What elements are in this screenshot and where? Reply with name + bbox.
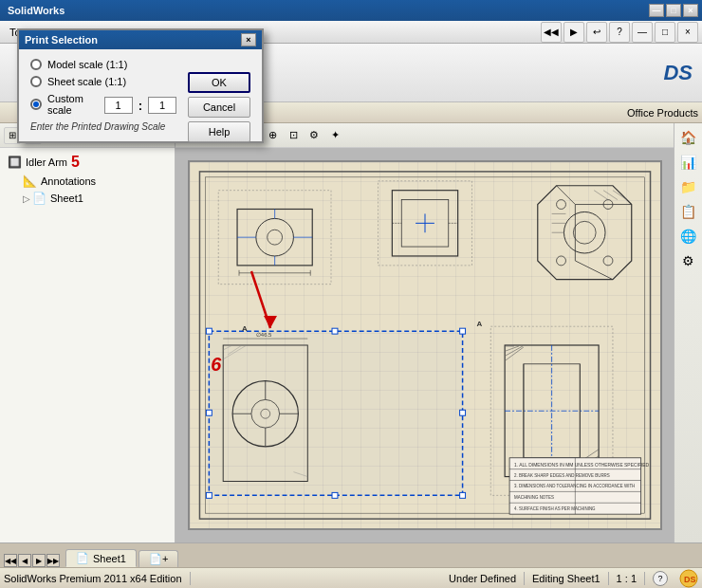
task-sidebar-button[interactable]: 📋 xyxy=(678,201,699,222)
solidworks-emblem: DS xyxy=(679,569,698,588)
window-controls: — □ × xyxy=(649,4,698,17)
office-products-label: Office Products xyxy=(627,107,698,119)
chart-sidebar-button[interactable]: 📊 xyxy=(678,152,699,173)
svg-point-37 xyxy=(556,256,565,266)
svg-text:∅46.5: ∅46.5 xyxy=(255,332,271,338)
radio-custom-input[interactable] xyxy=(30,99,42,110)
snap-button[interactable]: ✦ xyxy=(325,126,344,145)
svg-point-18 xyxy=(267,230,282,245)
home-sidebar-button[interactable]: 🏠 xyxy=(678,127,699,148)
svg-rect-48 xyxy=(332,492,338,498)
radio-sheet-label: Sheet scale (1:1) xyxy=(47,76,126,87)
svg-point-35 xyxy=(556,200,565,210)
annotations-icon: 📐 xyxy=(23,175,37,188)
nav-first-button[interactable]: ◀◀ xyxy=(4,554,17,567)
settings-button[interactable]: ⚙ xyxy=(305,126,323,145)
svg-line-71 xyxy=(506,347,524,360)
sheet1-tab[interactable]: 📄 Sheet1 xyxy=(65,549,137,567)
dialog-titlebar: Print Selection × xyxy=(19,30,262,49)
nav-prev-button[interactable]: ◀ xyxy=(18,554,31,567)
svg-rect-45 xyxy=(206,492,212,498)
dialog-title-text: Print Selection xyxy=(25,34,98,46)
custom-scale-row: : xyxy=(104,97,176,114)
dialog-close-button[interactable]: × xyxy=(241,33,256,46)
radio-sheet-input[interactable] xyxy=(30,76,42,87)
radio-sheet-scale[interactable]: Sheet scale (1:1) xyxy=(30,76,176,87)
editing-sheet-status: Editing Sheet1 xyxy=(532,573,600,584)
under-defined-status: Under Defined xyxy=(449,573,516,584)
tree-item-sheet1[interactable]: ▷ 📄 Sheet1 xyxy=(15,190,175,207)
svg-text:1. ALL DIMENSIONS IN MM UNLESS: 1. ALL DIMENSIONS IN MM UNLESS OTHERWISE… xyxy=(514,463,650,468)
ds-logo: DS xyxy=(663,61,696,85)
svg-text:4. SURFACE FINISH AS PER MACHI: 4. SURFACE FINISH AS PER MACHINING xyxy=(514,506,596,511)
help-circle-button[interactable]: ? xyxy=(653,571,668,586)
radio-custom-scale[interactable]: Custom scale : xyxy=(30,93,176,116)
radio-model-scale[interactable]: Model scale (1:1) xyxy=(30,59,176,70)
ok-button[interactable]: OK xyxy=(188,72,250,93)
dialog-body: Model scale (1:1) Sheet scale (1:1) Cust… xyxy=(19,49,262,141)
status-divider-1 xyxy=(190,572,191,585)
config-sidebar-button[interactable]: ⚙ xyxy=(678,250,699,271)
svg-line-41 xyxy=(612,191,626,200)
svg-rect-44 xyxy=(459,328,465,334)
help-button[interactable]: Help xyxy=(188,121,250,142)
sheet1-icon: 📄 xyxy=(32,192,46,205)
svg-rect-15 xyxy=(218,191,331,285)
globe-sidebar-button[interactable]: 🌐 xyxy=(678,226,699,247)
restore-panel[interactable]: □ xyxy=(655,22,675,43)
app-title: SolidWorks xyxy=(4,5,649,16)
svg-text:6: 6 xyxy=(211,354,222,375)
add-sheet-tab[interactable]: 📄+ xyxy=(139,550,178,567)
minimize-panel[interactable]: — xyxy=(632,22,653,43)
status-divider-2 xyxy=(524,572,525,585)
scale-status: 1 : 1 xyxy=(617,573,637,584)
folder-sidebar-button[interactable]: 📁 xyxy=(678,176,699,197)
svg-text:2. BREAK SHARP EDGES AND REMOV: 2. BREAK SHARP EDGES AND REMOVE BURRS xyxy=(514,473,610,478)
app-version-label: SolidWorks Premium 2011 x64 Edition xyxy=(4,573,182,584)
svg-point-34 xyxy=(573,221,596,244)
radio-custom-label: Custom scale xyxy=(47,93,99,116)
close-panel[interactable]: × xyxy=(677,22,698,43)
nav-next-button[interactable]: ▶ xyxy=(32,554,46,567)
nav-back-button[interactable]: ◀◀ xyxy=(541,22,562,43)
display-button[interactable]: ⊡ xyxy=(284,126,303,145)
svg-text:DS: DS xyxy=(684,575,696,584)
scale-input-2[interactable] xyxy=(148,97,176,114)
status-divider-4 xyxy=(644,572,645,585)
svg-point-33 xyxy=(563,211,605,253)
close-button[interactable]: × xyxy=(683,4,698,17)
right-sidebar: 🏠 📊 📁 📋 🌐 ⚙ xyxy=(674,123,702,542)
dialog-buttons: OK Cancel Help xyxy=(188,72,250,142)
undo-button[interactable]: ↩ xyxy=(586,22,607,43)
radio-model-label: Model scale (1:1) xyxy=(47,59,127,70)
svg-text:A: A xyxy=(476,320,482,328)
tree-item-idler-arm[interactable]: 🔲 Idler Arm 5 xyxy=(0,152,175,173)
status-bar: SolidWorks Premium 2011 x64 Edition Unde… xyxy=(0,567,702,588)
blueprint-svg: ∅46.5 xyxy=(190,162,660,528)
tree-expand-arrow[interactable]: ▷ xyxy=(23,193,30,204)
scale-input-1[interactable] xyxy=(104,97,133,114)
tree-view: 🔲 Idler Arm 5 📐 Annotations ▷ 📄 Sheet1 xyxy=(0,148,175,542)
svg-rect-50 xyxy=(459,410,465,415)
question-button[interactable]: ? xyxy=(609,22,630,43)
svg-rect-42 xyxy=(209,331,462,495)
dialog-window: Print Selection × Model scale (1:1) Shee… xyxy=(17,28,264,143)
center-panel: 🔍 🔎 ✥ ↺ ⊕ ⊡ ⚙ ✦ xyxy=(176,123,674,542)
radio-model-input[interactable] xyxy=(30,59,42,70)
maximize-button[interactable]: □ xyxy=(666,4,681,17)
svg-text:3. DIMENSIONS AND TOLERANCING : 3. DIMENSIONS AND TOLERANCING IN ACCORDA… xyxy=(514,484,635,488)
nav-forward-button[interactable]: ▶ xyxy=(563,22,584,43)
nav-last-button[interactable]: ▶▶ xyxy=(46,554,60,567)
drawing-canvas: ∅46.5 xyxy=(188,160,662,530)
scale-separator: : xyxy=(139,99,142,113)
svg-line-40 xyxy=(603,191,618,200)
svg-rect-49 xyxy=(206,410,212,415)
zoom-in-button[interactable]: ⊕ xyxy=(263,126,282,145)
sheet1-tab-label: Sheet1 xyxy=(93,553,126,564)
drawing-area[interactable]: ∅46.5 xyxy=(176,148,674,542)
svg-point-38 xyxy=(603,256,613,266)
cancel-button[interactable]: Cancel xyxy=(188,97,250,118)
minimize-button[interactable]: — xyxy=(649,4,664,17)
tree-item-annotations[interactable]: 📐 Annotations xyxy=(15,173,175,190)
sheet-nav-arrows: ◀◀ ◀ ▶ ▶▶ xyxy=(4,554,60,567)
